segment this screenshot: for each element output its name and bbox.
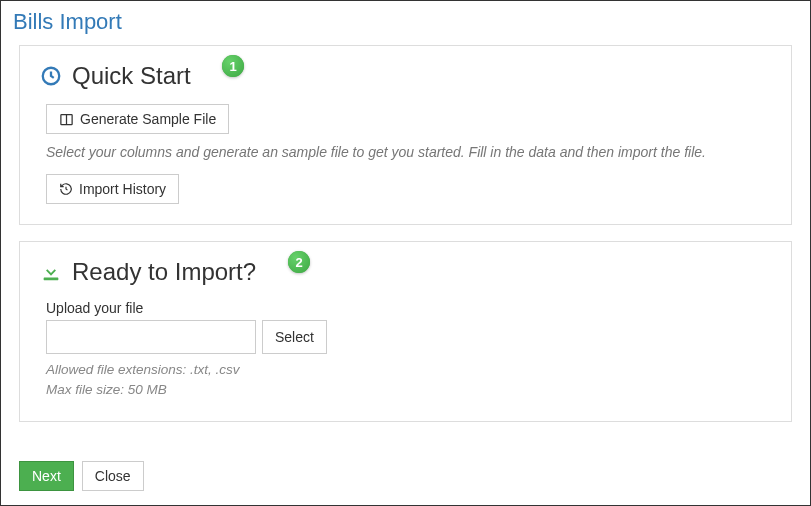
footer-actions: Next Close — [19, 461, 144, 491]
step-badge-1: 1 — [222, 55, 244, 77]
next-button[interactable]: Next — [19, 461, 74, 491]
svg-rect-3 — [44, 278, 59, 281]
clock-icon — [40, 65, 62, 87]
select-file-button[interactable]: Select — [262, 320, 327, 354]
quick-start-title: Quick Start — [72, 62, 191, 90]
ready-import-card: Ready to Import? 2 Upload your file Sele… — [19, 241, 792, 422]
import-history-label: Import History — [79, 181, 166, 197]
step-badge-2: 2 — [288, 251, 310, 273]
allowed-extensions-hint: Allowed file extensions: .txt, .csv — [46, 360, 771, 380]
generate-sample-file-button[interactable]: Generate Sample File — [46, 104, 229, 134]
upload-row: Select — [46, 320, 771, 354]
upload-label: Upload your file — [46, 300, 771, 316]
page-title: Bills Import — [1, 1, 810, 41]
generate-sample-file-label: Generate Sample File — [80, 111, 216, 127]
max-file-size-hint: Max file size: 50 MB — [46, 380, 771, 400]
quick-start-helper-text: Select your columns and generate an samp… — [46, 144, 771, 160]
upload-file-input[interactable] — [46, 320, 256, 354]
ready-import-header: Ready to Import? 2 — [40, 258, 771, 286]
ready-import-title: Ready to Import? — [72, 258, 256, 286]
import-history-button[interactable]: Import History — [46, 174, 179, 204]
download-icon — [40, 261, 62, 283]
history-icon — [59, 182, 73, 196]
quick-start-card: Quick Start 1 Generate Sample File Selec… — [19, 45, 792, 225]
columns-icon — [59, 112, 74, 127]
quick-start-header: Quick Start 1 — [40, 62, 771, 90]
close-button[interactable]: Close — [82, 461, 144, 491]
